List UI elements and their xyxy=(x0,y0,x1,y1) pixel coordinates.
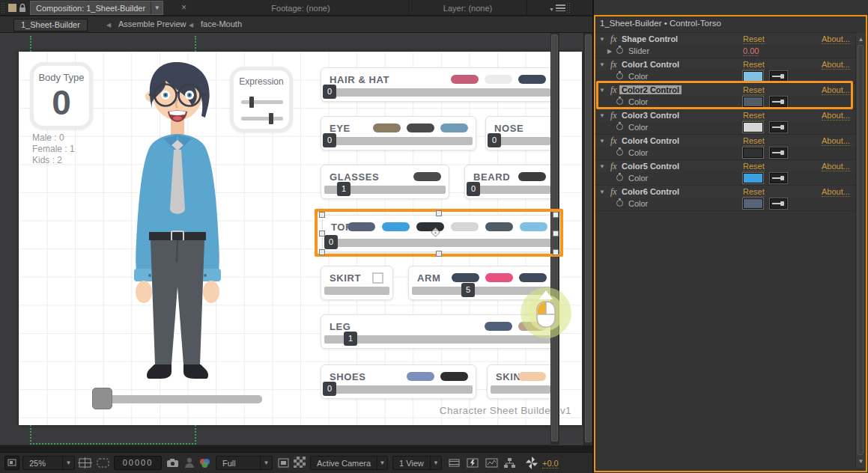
pixel-aspect-correction-icon[interactable] xyxy=(447,457,462,469)
view-layout-select[interactable]: 1 View ▼ xyxy=(392,456,442,470)
selection-handle[interactable] xyxy=(436,251,442,257)
tab-composition[interactable]: Composition: 1_Sheet-Builder ▼ xyxy=(30,1,163,15)
snapshot-camera-icon[interactable] xyxy=(166,457,180,469)
color-swatch[interactable] xyxy=(743,147,763,158)
tab-layer[interactable]: Layer: (none) xyxy=(409,0,527,16)
eyedropper-icon[interactable] xyxy=(770,147,787,158)
color-swatch[interactable] xyxy=(743,173,763,183)
reset-link[interactable]: Reset xyxy=(743,136,765,146)
stopwatch-icon[interactable] xyxy=(616,73,624,81)
color-pill[interactable] xyxy=(347,222,375,231)
fast-previews-icon[interactable] xyxy=(466,457,481,469)
eyedropper-icon[interactable] xyxy=(770,97,787,107)
color-swatch[interactable] xyxy=(743,122,763,132)
color-swatch[interactable] xyxy=(743,71,763,82)
hair-slider-track[interactable] xyxy=(324,88,550,97)
grid-guides-icon[interactable] xyxy=(78,457,93,469)
effect-controls-breadcrumb[interactable]: 1_Sheet-Builder • Control-Torso xyxy=(600,19,721,28)
viewer-tab-face-mouth[interactable]: face-Mouth xyxy=(201,19,242,28)
about-link[interactable]: About... xyxy=(822,136,850,146)
color-pill[interactable] xyxy=(451,75,479,84)
slider-value[interactable]: 0.00 xyxy=(743,46,759,56)
effect-name-selected[interactable]: Color2 Control xyxy=(619,85,682,94)
color-pill[interactable] xyxy=(485,75,512,84)
camera-view-select[interactable]: Active Camera ▼ xyxy=(310,456,388,470)
scroll-up-icon[interactable]: ▲ xyxy=(858,36,864,43)
param-row-color[interactable]: Color xyxy=(595,198,856,210)
leg-slider-track[interactable] xyxy=(324,335,550,344)
stopwatch-icon[interactable] xyxy=(616,174,624,183)
reset-exposure-icon[interactable] xyxy=(524,456,539,470)
eyedropper-icon[interactable] xyxy=(770,122,787,132)
character-picker-slider-track[interactable] xyxy=(97,395,262,403)
eye-slider-track[interactable] xyxy=(324,137,473,145)
color-pill[interactable] xyxy=(485,322,512,331)
left-panel-scrollbar[interactable] xyxy=(583,33,592,445)
eyedropper-icon[interactable] xyxy=(770,71,787,82)
reset-link[interactable]: Reset xyxy=(743,162,765,171)
target-region-icon[interactable] xyxy=(276,457,291,469)
eyedropper-icon[interactable] xyxy=(770,173,787,183)
shoes-slider-track[interactable] xyxy=(324,385,473,394)
selection-handle[interactable] xyxy=(319,231,325,236)
region-of-interest-icon[interactable] xyxy=(95,457,112,469)
color-pill[interactable] xyxy=(518,372,546,381)
param-row-color[interactable]: Color xyxy=(595,70,856,83)
torso-slider-track[interactable] xyxy=(326,239,552,247)
color-pill[interactable] xyxy=(373,123,401,132)
viewer-tab-assemble-preview[interactable]: Assemble Preview xyxy=(118,19,186,28)
expand-triangle-icon[interactable]: ▼ xyxy=(599,189,605,195)
about-link[interactable]: About... xyxy=(822,187,850,197)
color-pill[interactable] xyxy=(518,172,546,181)
about-link[interactable]: About... xyxy=(822,162,850,171)
expand-triangle-icon[interactable]: ▼ xyxy=(599,36,605,43)
composition-canvas[interactable]: Body Type 0 Male : 0 Female : 1 Kids : 2… xyxy=(19,52,582,425)
selection-handle[interactable] xyxy=(436,210,442,216)
stopwatch-icon[interactable] xyxy=(616,149,624,157)
color-pill[interactable] xyxy=(452,273,479,282)
shoes-slider-knob[interactable]: 0 xyxy=(323,382,336,396)
expand-triangle-icon[interactable]: ▼ xyxy=(599,163,605,170)
skirt-checkbox[interactable] xyxy=(372,272,383,284)
param-row-color[interactable]: Color xyxy=(595,172,856,185)
effect-name[interactable]: Color6 Control xyxy=(622,187,679,196)
about-link[interactable]: About... xyxy=(822,85,850,95)
color-pill[interactable] xyxy=(413,172,441,181)
effect-name[interactable]: Shape Control xyxy=(622,34,678,43)
reset-link[interactable]: Reset xyxy=(743,85,765,95)
selection-handle[interactable] xyxy=(553,212,559,218)
hair-slider-knob[interactable]: 0 xyxy=(323,85,336,99)
skin-slider-track[interactable] xyxy=(491,385,550,394)
expand-triangle-icon[interactable]: ▼ xyxy=(599,112,605,119)
arm-slider-knob[interactable]: 5 xyxy=(461,283,475,297)
selection-handle[interactable] xyxy=(319,212,325,218)
scroll-down-icon[interactable]: ▼ xyxy=(858,458,864,465)
color-pill[interactable] xyxy=(520,222,547,231)
effect-row-color3-control[interactable]: ▼ fx Color3 Control Reset About... xyxy=(595,109,856,121)
show-snapshot-icon[interactable] xyxy=(183,457,195,469)
color-pill[interactable] xyxy=(451,222,479,231)
color-swatch[interactable] xyxy=(743,97,763,107)
effect-name[interactable]: Color1 Control xyxy=(622,60,679,69)
about-link[interactable]: About... xyxy=(822,34,850,44)
color-pill[interactable] xyxy=(382,222,410,231)
panel-drag-grip[interactable] xyxy=(566,2,571,13)
timecode-field[interactable]: 00000 xyxy=(114,456,162,470)
effect-row-color1-control[interactable]: ▼ fx Color1 Control Reset About... xyxy=(595,58,856,70)
effects-scrollbar[interactable]: ▲ ▼ xyxy=(855,33,865,468)
reset-link[interactable]: Reset xyxy=(743,60,765,70)
param-row-color[interactable]: Color xyxy=(595,121,856,134)
panel-drag-grip[interactable] xyxy=(1,2,5,13)
color-pill[interactable] xyxy=(485,273,513,282)
effect-row-color4-control[interactable]: ▼ fx Color4 Control Reset About... xyxy=(595,134,856,147)
effect-row-shape-control[interactable]: ▼ fx Shape Control Reset About... xyxy=(595,32,856,45)
expand-triangle-icon[interactable]: ▶ xyxy=(607,48,612,55)
param-row-color[interactable]: Color xyxy=(595,147,856,159)
param-row-slider[interactable]: ▶ Slider 0.00 xyxy=(595,45,856,58)
magnification-select[interactable]: 25% ▼ xyxy=(22,456,75,470)
effect-row-color6-control[interactable]: ▼ fx Color6 Control Reset About... xyxy=(595,185,856,198)
viewer-vertical-scrollbar[interactable] xyxy=(550,33,559,445)
color-pill[interactable] xyxy=(485,222,513,231)
color-pill[interactable] xyxy=(407,372,434,381)
expand-triangle-icon[interactable]: ▼ xyxy=(599,61,605,68)
